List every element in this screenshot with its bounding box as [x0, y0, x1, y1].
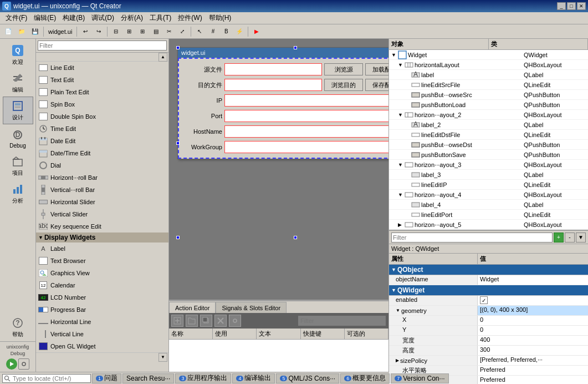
- prop-val-width[interactable]: 400: [478, 336, 588, 345]
- tree-item-lineedit-port[interactable]: lineEditPort QLineEdit: [389, 210, 588, 220]
- menu-widgets[interactable]: 控件(W): [175, 12, 205, 24]
- toolbar-layout-h[interactable]: ⊟: [110, 26, 122, 37]
- widget-scroll-up[interactable]: ▲: [158, 53, 167, 62]
- run-button[interactable]: [6, 358, 17, 370]
- widget-item-dial[interactable]: Dial: [36, 159, 168, 171]
- enabled-checkbox[interactable]: [480, 296, 488, 304]
- sidebar-edit[interactable]: 编辑: [3, 69, 33, 97]
- widget-item-keyseq[interactable]: abc Key sequence Edit: [36, 220, 168, 233]
- sidebar-welcome[interactable]: Q 欢迎: [3, 41, 33, 69]
- widget-item-plain-text-edit[interactable]: Plain Text Edit: [36, 86, 168, 98]
- status-general-info[interactable]: 6 概要更信息: [340, 373, 390, 383]
- toolbar-edit-widgets[interactable]: ↖: [193, 26, 206, 37]
- toolbar-save[interactable]: 💾: [29, 26, 41, 37]
- tree-item-hlayout4[interactable]: ▼ horizon···ayout_4 QHBoxLayout: [389, 190, 588, 200]
- tree-item-pushbtn-src[interactable]: pushBut···owseSrc QPushButton: [389, 90, 588, 100]
- tree-item-pushbtn-load[interactable]: pushButtonLoad QPushButton: [389, 100, 588, 110]
- widget-item-vline[interactable]: Vertical Line: [36, 328, 168, 340]
- sidebar-debug[interactable]: D Debug: [3, 124, 33, 152]
- tree-item-pushbtn-save[interactable]: pushButtonSave QPushButton: [389, 150, 588, 160]
- tree-item-label3[interactable]: label_3 QLabel: [389, 170, 588, 180]
- widget-item-vslider[interactable]: Vertical Slider: [36, 208, 168, 220]
- tree-item-lineedit-dst[interactable]: lineEditDstFile QLineEdit: [389, 130, 588, 140]
- widget-item-hslider[interactable]: Horizontal Slider: [36, 196, 168, 208]
- menu-file[interactable]: 文件(F): [2, 12, 30, 24]
- prop-val-hpolicy[interactable]: Preferred: [478, 366, 588, 375]
- props-filter-input[interactable]: [391, 233, 553, 242]
- bottom-delete-btn[interactable]: [214, 315, 227, 327]
- status-search-results[interactable]: Search Resu···: [122, 373, 174, 383]
- widget-item-graphics-view[interactable]: Graphics View: [36, 267, 168, 279]
- sidebar-analyze[interactable]: 分析: [3, 180, 33, 208]
- section-collapse-icon[interactable]: ▼: [38, 235, 43, 240]
- save-config-btn[interactable]: 保存配置: [365, 79, 388, 91]
- tree-item-widget[interactable]: ▼ Widget QWidget: [389, 50, 588, 60]
- status-issues[interactable]: 1 问题: [92, 373, 121, 383]
- toolbar-buddies[interactable]: B: [220, 26, 232, 37]
- status-compile-output[interactable]: 4 编译输出: [232, 373, 275, 383]
- widget-item-line-edit[interactable]: Line Edit: [36, 62, 168, 74]
- props-add-btn[interactable]: +: [554, 233, 564, 242]
- load-config-btn[interactable]: 加载配置: [365, 63, 388, 75]
- menu-analyze[interactable]: 分析(A): [117, 12, 146, 24]
- prop-val-height[interactable]: 300: [478, 346, 588, 355]
- sidebar-debug-mode[interactable]: Debug: [11, 351, 25, 356]
- menu-debug[interactable]: 调试(D): [88, 12, 117, 24]
- expand-icon[interactable]: ▼: [398, 62, 405, 68]
- toolbar-signals[interactable]: ⚡: [233, 26, 246, 37]
- ip-input[interactable]: [224, 94, 388, 107]
- widget-scroll-down[interactable]: ▼: [158, 353, 167, 362]
- prop-val-y[interactable]: 0: [478, 326, 588, 335]
- expand-icon[interactable]: ▶: [398, 222, 405, 228]
- menu-build[interactable]: 构建(B): [59, 12, 88, 24]
- toolbar-layout-grid[interactable]: ⊞: [136, 26, 149, 37]
- maximize-button[interactable]: □: [567, 2, 576, 10]
- widget-item-time-edit[interactable]: Time Edit: [36, 123, 168, 135]
- bottom-filter-input[interactable]: [300, 317, 384, 324]
- tree-item-hlayout5[interactable]: ▶ horizon···ayout_5 QHBoxLayout: [389, 220, 588, 230]
- close-button[interactable]: ✕: [577, 2, 586, 10]
- settings-btn[interactable]: [18, 358, 29, 370]
- menu-edit[interactable]: 编辑(E): [30, 12, 59, 24]
- expand-icon[interactable]: ▼: [398, 112, 405, 118]
- widget-item-calendar[interactable]: 12 Calendar: [36, 279, 168, 291]
- expand-icon[interactable]: ▼: [398, 162, 405, 168]
- widget-item-hline[interactable]: Horizontal Line: [36, 316, 168, 328]
- toolbar-preview[interactable]: ▶: [250, 26, 263, 37]
- expand-icon[interactable]: ▼: [391, 52, 398, 58]
- sidebar-kit-label[interactable]: unixconfig: [7, 344, 29, 350]
- tree-item-label4[interactable]: label_4 QLabel: [389, 200, 588, 210]
- tree-item-hlayout3[interactable]: ▼ horizon···ayout_3 QHBoxLayout: [389, 160, 588, 170]
- prop-val-geometry[interactable]: [(0, 0), 400 x 300]: [478, 306, 588, 315]
- bottom-open-btn[interactable]: [186, 315, 198, 327]
- toolbar-adjust-size[interactable]: ⤢: [176, 26, 188, 37]
- canvas-widget-content[interactable]: 源文件 浏览源 加载配置 目的文件 浏览目的 保存配置: [178, 58, 388, 159]
- sidebar-projects[interactable]: 项目: [3, 152, 33, 180]
- tree-item-label2[interactable]: A label_2 QLabel: [389, 120, 588, 130]
- canvas[interactable]: widget.ui 源文件 浏览源 加载配置 目的文件: [169, 39, 388, 300]
- port-input[interactable]: [224, 110, 388, 122]
- widget-item-vscrollbar[interactable]: Vertical···roll Bar: [36, 184, 168, 196]
- widget-item-date-edit[interactable]: Date Edit: [36, 135, 168, 147]
- expand-icon[interactable]: ▼: [398, 192, 405, 198]
- toolbar-new[interactable]: 📄: [2, 26, 14, 37]
- widget-item-datetime-edit[interactable]: Date/Time Edit: [36, 147, 168, 159]
- tree-item-lineedit-ip[interactable]: lineEditIP QLineEdit: [389, 180, 588, 190]
- sidebar-help[interactable]: ? 帮助: [3, 314, 33, 341]
- tree-item-hlayout2[interactable]: ▼ horizon···ayout_2 QHBoxLayout: [389, 110, 588, 120]
- widget-item-lcd[interactable]: 42 LCD Number: [36, 291, 168, 304]
- menu-tools[interactable]: 工具(T): [146, 12, 175, 24]
- bottom-new-btn[interactable]: [171, 315, 183, 327]
- browse-dst-btn[interactable]: 浏览目的: [324, 79, 363, 91]
- tree-item-lineedit-src[interactable]: lineEditSrcFile QLineEdit: [389, 80, 588, 90]
- widget-item-double-spin-box[interactable]: Double Spin Box: [36, 110, 168, 123]
- dst-input[interactable]: [224, 79, 322, 91]
- section-expand-icon[interactable]: ▼: [391, 267, 396, 272]
- toolbar-layout-form[interactable]: ▤: [150, 26, 162, 37]
- prop-val-vpolicy[interactable]: Preferred: [478, 376, 588, 384]
- widget-item-spin-box[interactable]: Spin Box: [36, 98, 168, 110]
- tab-signals-slots[interactable]: Signals & Slots Editor: [216, 302, 287, 313]
- props-remove-btn[interactable]: -: [565, 233, 575, 242]
- window-controls[interactable]: _ □ ✕: [557, 2, 586, 10]
- widget-item-opengl[interactable]: Open GL Widget: [36, 340, 168, 352]
